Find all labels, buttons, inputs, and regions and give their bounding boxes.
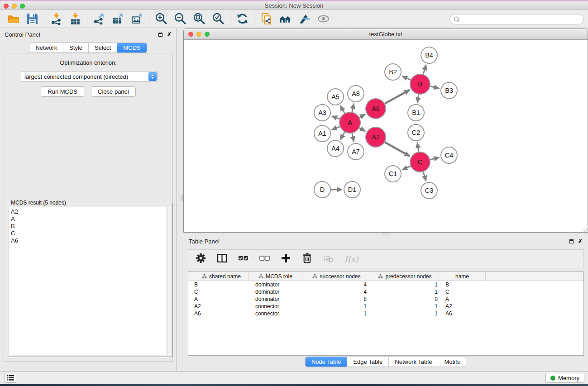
zoom-fit-button[interactable] xyxy=(190,10,209,27)
tab-motifs[interactable]: Motifs xyxy=(438,357,466,367)
graph-edge-A-A5[interactable] xyxy=(340,105,344,113)
table-cell: 1 xyxy=(371,310,439,317)
graph-node-label: A3 xyxy=(318,109,326,116)
graph-edge-A6-B[interactable] xyxy=(385,90,410,104)
import-table-icon xyxy=(69,12,82,25)
table-row[interactable]: Adominator80A xyxy=(188,295,583,303)
network-canvas[interactable]: B4B2BB3A8A5A6A3B1AC2A1A2A4A7C4CC1DD1C3 xyxy=(184,40,588,232)
close-panel-button[interactable]: Close panel xyxy=(91,86,136,97)
tab-node-table[interactable]: Node Table xyxy=(306,357,347,367)
search-field[interactable] xyxy=(449,14,584,24)
column-visibility-button[interactable] xyxy=(217,253,227,265)
graph-edge-C-C1[interactable] xyxy=(402,166,411,170)
delete-table-button[interactable] xyxy=(323,253,334,265)
graph-edge-A2-C[interactable] xyxy=(385,142,410,156)
home-layout-button[interactable] xyxy=(276,10,295,27)
export-image-button[interactable] xyxy=(128,10,147,27)
mcds-result-item[interactable]: A xyxy=(11,215,167,223)
export-table-icon xyxy=(112,12,125,25)
app-titlebar: Session: New Session xyxy=(0,1,588,10)
column-header-successor-nodes[interactable]: successor nodes xyxy=(302,272,371,281)
tab-network[interactable]: Network xyxy=(29,43,63,52)
graph-node-label: C4 xyxy=(445,152,454,159)
status-bar: Memory xyxy=(0,371,588,384)
function-builder-button[interactable]: f(x) xyxy=(344,254,359,264)
result-scrollbar[interactable] xyxy=(167,207,171,355)
network-window-titlebar[interactable]: testGlobe.txt xyxy=(184,29,588,40)
column-header-predecessor-nodes[interactable]: predecessor nodes xyxy=(371,272,439,281)
refresh-button[interactable] xyxy=(233,10,252,27)
delete-column-button[interactable] xyxy=(302,253,312,265)
table-row[interactable]: Cdominator41C xyxy=(188,288,583,295)
graph-edge-A-A3[interactable] xyxy=(332,116,340,119)
search-input[interactable] xyxy=(462,16,583,23)
graph-edge-C-C2[interactable] xyxy=(417,143,419,152)
tab-style[interactable]: Style xyxy=(63,43,88,52)
zoom-out-button[interactable] xyxy=(171,10,190,27)
float-table-panel-icon[interactable] xyxy=(569,239,574,243)
graph-edge-A-A4[interactable] xyxy=(340,132,344,140)
optimization-criterion-dropdown[interactable]: largest connected component (directed) xyxy=(20,71,158,82)
zoom-selected-button[interactable] xyxy=(209,10,228,27)
graph-edge-B-B4[interactable] xyxy=(423,65,426,74)
zoom-in-button[interactable] xyxy=(152,10,171,27)
table-cell: C xyxy=(188,289,249,295)
import-network-button[interactable] xyxy=(47,10,66,27)
dropdown-value: largest connected component (directed) xyxy=(24,73,128,80)
mcds-result-list[interactable]: A2ABCA6 xyxy=(9,207,167,355)
run-mcds-button[interactable]: Run MCDS xyxy=(41,86,84,97)
toolbar-separator xyxy=(44,11,44,26)
graph-edge-A-A1[interactable] xyxy=(331,127,339,130)
tab-network-table[interactable]: Network Table xyxy=(388,357,438,367)
graph-edge-B-B1[interactable] xyxy=(417,95,419,103)
graph-edge-A-A7[interactable] xyxy=(352,133,354,142)
mcds-result-item[interactable]: A2 xyxy=(11,208,167,215)
column-header-shared-name[interactable]: shared name xyxy=(188,272,249,281)
table-cell: connector xyxy=(249,310,302,317)
graph-edge-C-C3[interactable] xyxy=(423,172,426,181)
add-column-button[interactable] xyxy=(281,253,291,265)
table-cell: 1 xyxy=(371,281,439,288)
memory-button[interactable]: Memory xyxy=(545,373,584,383)
unselect-all-button[interactable] xyxy=(259,253,270,265)
show-hide-panel-button[interactable] xyxy=(314,10,333,27)
graph-edge-A-A8[interactable] xyxy=(352,104,354,112)
export-network-button[interactable] xyxy=(90,10,109,27)
import-table-button[interactable] xyxy=(66,10,85,27)
select-all-button[interactable] xyxy=(238,253,249,265)
desktop-strip-bottom xyxy=(0,384,588,386)
graph-edge-B-B3[interactable] xyxy=(430,86,439,88)
table-row[interactable]: A2connector11A2 xyxy=(188,303,583,310)
graph-node-label: A8 xyxy=(352,90,360,97)
hierarchy-icon xyxy=(202,274,207,279)
toggle-graphics-details-button[interactable] xyxy=(295,10,314,27)
table-row[interactable]: A6connector11A6 xyxy=(188,310,583,317)
mcds-result-item[interactable]: B xyxy=(11,223,167,230)
open-session-button[interactable] xyxy=(4,10,23,27)
export-table-button[interactable] xyxy=(109,10,128,27)
table-cell: connector xyxy=(249,303,302,310)
save-session-button[interactable] xyxy=(23,10,42,27)
graph-edge-A-A2[interactable] xyxy=(359,128,365,132)
close-panel-icon[interactable]: ✗ xyxy=(167,31,172,38)
tab-edge-table[interactable]: Edge Table xyxy=(347,357,388,367)
float-panel-icon[interactable] xyxy=(158,33,163,37)
tab-mcds[interactable]: MCDS xyxy=(117,43,146,52)
tab-select[interactable]: Select xyxy=(88,43,117,52)
graph-node-label: C3 xyxy=(425,187,434,194)
table-cell: B xyxy=(188,281,249,288)
graph-edge-A-A6[interactable] xyxy=(359,114,365,117)
graph-edge-B-B2[interactable] xyxy=(402,76,411,80)
vertical-split-handle[interactable] xyxy=(179,195,183,201)
table-toolbar: f(x) xyxy=(188,249,584,268)
close-table-panel-icon[interactable]: ✗ xyxy=(578,238,583,244)
show-log-button[interactable] xyxy=(5,373,16,383)
column-header-mcds-role[interactable]: MCDS role xyxy=(249,272,302,281)
column-header-name[interactable]: name xyxy=(439,272,486,281)
graph-edge-C-C4[interactable] xyxy=(430,157,439,160)
mcds-result-item[interactable]: A6 xyxy=(11,237,167,244)
table-row[interactable]: Bdominator41B xyxy=(188,281,583,288)
clone-network-button[interactable] xyxy=(257,10,276,27)
mcds-result-item[interactable]: C xyxy=(11,230,167,237)
table-settings-button[interactable] xyxy=(196,253,206,265)
